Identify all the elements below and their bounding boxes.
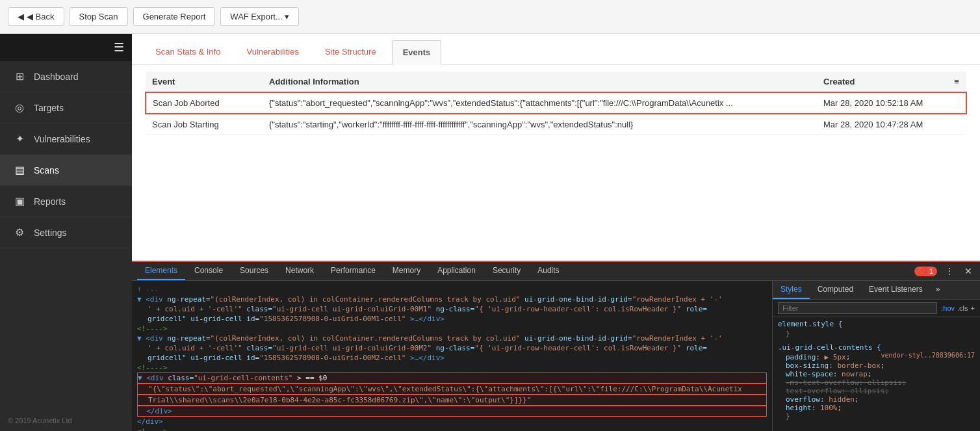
sidebar-item-label: Vulnerabilities (34, 134, 90, 144)
tabs-bar: Scan Stats & Info Vulnerabilities Site S… (132, 34, 980, 65)
tab-vulnerabilities[interactable]: Vulnerabilities (236, 40, 309, 65)
elements-line: ▼ <div ng-repeat="(colRenderIndex, col) … (137, 294, 767, 304)
styles-filter-input[interactable] (778, 302, 937, 314)
copyright-text: © 2019 Acunetix Ltd (8, 417, 72, 424)
col-header-settings[interactable]: ≡ (947, 72, 966, 92)
styles-filter-options: :hov .cls + (941, 304, 975, 312)
tab-site-structure[interactable]: Site Structure (315, 40, 387, 65)
devtools-tab-network[interactable]: Network (277, 262, 322, 280)
devtools-more-button[interactable]: ⋮ (942, 263, 957, 279)
sidebar-item-reports[interactable]: ▣ Reports (0, 186, 132, 217)
elements-line: <!----> (137, 363, 767, 372)
styles-panel-tabs: Styles Computed Event Listeners » (773, 281, 980, 300)
col-header-event: Event (146, 72, 263, 92)
back-button[interactable]: ◀ ◀ Back (8, 7, 64, 26)
error-icon: 🚫 (918, 267, 927, 275)
devtools-tab-performance[interactable]: Performance (323, 262, 383, 280)
content-area: Scan Stats & Info Vulnerabilities Site S… (132, 34, 980, 261)
tab-site-structure-label: Site Structure (325, 47, 376, 57)
elements-line-close: </div> (137, 406, 767, 417)
sidebar-item-label: Targets (34, 103, 64, 113)
sidebar-item-label: Dashboard (34, 72, 79, 82)
styles-tab-event-listeners[interactable]: Event Listeners (861, 281, 931, 299)
sidebar-item-scans[interactable]: ▤ Scans (0, 155, 132, 186)
created-cell: Mar 28, 2020 10:47:28 AM (817, 114, 947, 135)
table-row[interactable]: Scan Job Starting {"status":"starting","… (146, 114, 966, 135)
sidebar-item-vulnerabilities[interactable]: ✦ Vulnerabilities (0, 124, 132, 155)
style-prop-height: height: 100%; (778, 404, 975, 412)
sidebar-item-dashboard[interactable]: ⊞ Dashboard (0, 61, 132, 92)
elements-scroll-indicator: ↑ ... (137, 283, 767, 294)
events-table-container: Event Additional Information Created ≡ (132, 65, 980, 261)
style-prop: } (778, 330, 975, 338)
table-row[interactable]: Scan Job Aborted {"status":"abort_reques… (146, 92, 966, 114)
tab-scan-stats[interactable]: Scan Stats & Info (145, 40, 231, 65)
sidebar: ☰ ⊞ Dashboard ◎ Targets ✦ Vulnerabilitie… (0, 34, 132, 431)
devtools-tab-security[interactable]: Security (485, 262, 528, 280)
add-style[interactable]: + (971, 304, 975, 312)
devtools-tab-audits[interactable]: Audits (530, 262, 567, 280)
elements-line: </div> (137, 417, 767, 426)
style-source: vendor-styl..78839606:17 (881, 352, 975, 359)
style-rule-element: element.style { } (778, 320, 975, 338)
error-count: 1 (929, 267, 933, 275)
reports-icon: ▣ (13, 195, 26, 207)
style-prop-ms-text-overflow: -ms-text-overflow: ellipsis; (778, 378, 975, 387)
styles-tab-computed[interactable]: Computed (810, 281, 861, 299)
sidebar-footer: © 2019 Acunetix Ltd (0, 410, 132, 431)
tab-scan-stats-label: Scan Stats & Info (155, 47, 220, 57)
styles-tab-styles[interactable]: Styles (773, 281, 810, 299)
style-rule-grid-cell: .ui-grid-cell-contents { vendor-styl..78… (778, 343, 975, 421)
tab-events-label: Events (403, 47, 431, 57)
styles-panel: Styles Computed Event Listeners » (772, 281, 980, 431)
menu-icon[interactable]: ☰ (114, 40, 124, 55)
tab-events[interactable]: Events (392, 40, 442, 65)
dashboard-icon: ⊞ (13, 70, 26, 83)
main-layout: ☰ ⊞ Dashboard ◎ Targets ✦ Vulnerabilitie… (0, 34, 980, 431)
col-header-additional-info: Additional Information (263, 72, 817, 92)
elements-line: ' + col.uid + '-cell'" class="ui-grid-ce… (137, 343, 767, 353)
elements-line-selected: ▼ <div class="ui-grid-cell-contents" > =… (137, 372, 767, 384)
style-prop-overflow: overflow: hidden; (778, 395, 975, 404)
styles-content: element.style { } .ui-grid-cell-contents… (773, 317, 980, 431)
vulnerabilities-icon: ✦ (13, 133, 26, 145)
row-settings-cell (947, 92, 966, 114)
generate-report-button[interactable]: Generate Report (133, 7, 216, 26)
style-selector: .ui-grid-cell-contents { vendor-styl..78… (778, 343, 975, 352)
style-prop-white-space: white-space: nowrap; (778, 370, 975, 378)
elements-line: gridcell" ui-grid-cell id="1585362578908… (137, 353, 767, 363)
events-table: Event Additional Information Created ≡ (145, 72, 967, 135)
devtools-actions: 🚫 1 ⋮ ✕ (914, 263, 975, 279)
elements-line: <!----> (137, 324, 767, 333)
style-prop-text-overflow: text-overflow: ellipsis; (778, 387, 975, 395)
hover-filter[interactable]: :hov (941, 304, 955, 312)
additional-info-cell: {"status":"abort_requested","scanningApp… (263, 92, 817, 114)
devtools-tab-sources[interactable]: Sources (232, 262, 276, 280)
settings-icon: ⚙ (13, 226, 26, 239)
devtools-panel: Elements Console Sources Network Perform… (132, 261, 980, 431)
elements-panel[interactable]: ↑ ... ▼ <div ng-repeat="(colRenderIndex,… (132, 281, 772, 431)
elements-line: ' + col.uid + '-cell'" class="ui-grid-ce… (137, 304, 767, 314)
devtools-tab-memory[interactable]: Memory (385, 262, 428, 280)
devtools-close-button[interactable]: ✕ (962, 263, 975, 279)
additional-info-cell: {"status":"starting","workerId":"fffffff… (263, 114, 817, 135)
devtools-tab-elements[interactable]: Elements (137, 262, 185, 280)
style-prop-box-sizing: box-sizing: border-box; (778, 361, 975, 370)
stop-scan-button[interactable]: Stop Scan (70, 7, 128, 26)
sidebar-item-label: Settings (34, 228, 67, 238)
sidebar-item-settings[interactable]: ⚙ Settings (0, 217, 132, 248)
waf-export-label: WAF Export... ▾ (230, 12, 289, 21)
devtools-tab-application[interactable]: Application (430, 262, 484, 280)
devtools-body: ↑ ... ▼ <div ng-repeat="(colRenderIndex,… (132, 281, 980, 431)
devtools-tab-console[interactable]: Console (187, 262, 231, 280)
targets-icon: ◎ (13, 101, 26, 114)
back-label: ◀ Back (27, 12, 55, 21)
elements-line: gridcell" ui-grid-cell id="1585362578908… (137, 314, 767, 324)
sidebar-item-targets[interactable]: ◎ Targets (0, 92, 132, 124)
class-filter[interactable]: .cls (957, 304, 968, 312)
style-selector: element.style { (778, 320, 975, 328)
sidebar-header: ☰ (0, 34, 132, 61)
styles-tab-more[interactable]: » (931, 281, 946, 299)
waf-export-button[interactable]: WAF Export... ▾ (220, 7, 299, 26)
col-header-created: Created (817, 72, 947, 92)
